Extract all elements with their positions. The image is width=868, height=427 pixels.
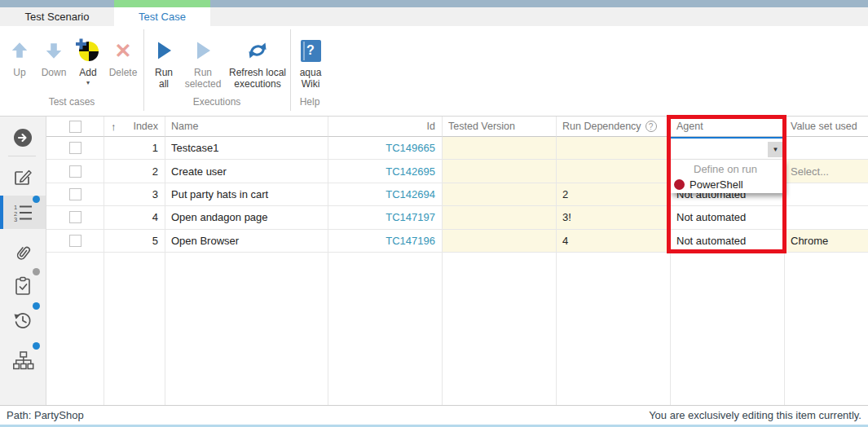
refresh-icon <box>245 34 270 67</box>
column-header-id[interactable]: Id <box>328 117 443 137</box>
refresh-label-line2: executions <box>234 78 280 90</box>
cell-tested-version[interactable] <box>443 137 557 160</box>
help-icon[interactable]: ? <box>645 121 657 132</box>
aqua-wiki-button[interactable]: ? aqua Wiki <box>295 34 326 90</box>
table-empty-column <box>671 253 785 405</box>
cell-id-link[interactable]: TC149665 <box>328 137 443 160</box>
column-header-name[interactable]: Name <box>165 117 328 137</box>
cell-agent[interactable]: Not automated <box>671 230 785 253</box>
sidebar-item-history[interactable] <box>0 304 46 337</box>
run-selected-label-line1: Run <box>194 67 212 78</box>
cell-run-dependency[interactable]: 3! <box>557 206 671 229</box>
cell-run-dependency[interactable]: 2 <box>557 183 671 206</box>
notification-dot-blue <box>33 342 40 350</box>
row-checkbox-cell <box>46 183 104 206</box>
cell-index: 5 <box>104 230 165 253</box>
group-label-executions: Executions <box>143 96 290 108</box>
down-button[interactable]: Down <box>36 34 72 78</box>
run-selected-button[interactable]: Run selected <box>181 34 225 90</box>
select-all-checkbox[interactable] <box>69 121 82 133</box>
cell-tested-version[interactable] <box>443 206 557 229</box>
cell-tested-version[interactable] <box>443 183 557 206</box>
table-empty-column <box>165 253 328 405</box>
tab-test-scenario[interactable]: Test Scenario <box>0 7 114 26</box>
svg-text:3: 3 <box>14 216 17 223</box>
cell-id-link[interactable]: TC142694 <box>328 183 443 206</box>
row-checkbox[interactable] <box>69 235 82 247</box>
table-row: 5 Open Browser TC147196 4 Not automated … <box>46 230 868 253</box>
sidebar-item-attachments[interactable] <box>0 237 46 270</box>
cell-agent[interactable]: Not automated <box>671 206 785 229</box>
edit-pencil-icon <box>12 166 33 187</box>
table-empty-column <box>328 253 443 405</box>
table-empty-column <box>104 253 165 405</box>
cell-id-link[interactable]: TC142695 <box>328 160 443 183</box>
delete-x-icon: ✕ <box>115 34 132 67</box>
agent-dropdown-popup: Define on run PowerShell <box>671 160 784 193</box>
sidebar-item-navigate[interactable] <box>0 121 46 154</box>
row-checkbox-cell <box>46 137 104 160</box>
cell-tested-version[interactable] <box>443 230 557 253</box>
delete-button-label: Delete <box>109 67 138 78</box>
cell-run-dependency[interactable]: 4 <box>557 230 671 253</box>
dropdown-option-define-on-run[interactable]: Define on run <box>671 161 784 177</box>
add-button[interactable]: Add ▾ <box>73 34 103 86</box>
wiki-book-question-icon: ? <box>301 34 321 67</box>
column-header-tested-version[interactable]: Tested Version <box>443 117 557 137</box>
sidebar-item-hierarchy[interactable] <box>0 344 46 376</box>
row-checkbox-cell <box>46 160 104 183</box>
run-all-button[interactable]: Run all <box>150 34 178 90</box>
cell-value-set[interactable] <box>785 137 868 160</box>
group-label-test-cases: Test cases <box>0 96 143 108</box>
sidebar-item-tasks[interactable] <box>0 270 46 302</box>
cell-value-set[interactable] <box>785 183 868 206</box>
up-button[interactable]: Up <box>5 34 34 78</box>
powershell-red-dot-icon <box>674 179 685 190</box>
column-header-agent[interactable]: Agent <box>671 117 785 137</box>
wiki-label-line2: Wiki <box>302 78 320 90</box>
run-all-label-line2: all <box>159 78 169 90</box>
refresh-local-executions-button[interactable]: Refresh local executions <box>227 34 289 90</box>
tab-test-case[interactable]: Test Case <box>114 7 210 26</box>
up-button-label: Up <box>13 67 25 78</box>
cell-name[interactable]: Put party hats in cart <box>165 183 328 206</box>
cell-value-set[interactable]: Select... <box>785 160 868 183</box>
table-empty-column <box>785 253 868 405</box>
cell-tested-version[interactable] <box>443 160 557 183</box>
row-checkbox[interactable] <box>69 188 82 200</box>
cell-name[interactable]: Open andagon page <box>165 206 328 229</box>
column-header-run-dependency[interactable]: Run Dependency ? <box>557 117 671 137</box>
cell-value-set[interactable] <box>785 206 868 229</box>
group-label-help: Help <box>290 96 329 108</box>
column-header-value-set-used[interactable]: Value set used <box>785 117 868 137</box>
dropdown-option-powershell[interactable]: PowerShell <box>671 177 784 192</box>
cell-name[interactable]: Create user <box>165 160 328 183</box>
play-icon <box>154 34 174 67</box>
add-dropdown-caret-icon[interactable]: ▾ <box>86 80 90 86</box>
cell-run-dependency[interactable] <box>557 160 671 183</box>
cell-agent-editor[interactable]: ▼ <box>671 137 785 160</box>
down-button-label: Down <box>42 67 67 78</box>
cell-id-link[interactable]: TC147196 <box>328 230 443 253</box>
cell-value-set[interactable]: Chrome <box>785 230 868 253</box>
chevron-down-icon: ▼ <box>773 146 779 153</box>
cell-index: 1 <box>104 137 165 160</box>
row-checkbox[interactable] <box>69 211 82 223</box>
combobox-dropdown-button[interactable]: ▼ <box>768 142 783 157</box>
notification-dot-blue <box>33 196 40 203</box>
cell-id-link[interactable]: TC147197 <box>328 206 443 229</box>
row-checkbox-cell <box>46 206 104 229</box>
cell-name[interactable]: Testcase1 <box>165 137 328 160</box>
column-header-index[interactable]: ↑ Index <box>104 117 165 137</box>
sidebar-item-edit[interactable] <box>0 161 46 193</box>
path-label: Path: PartyShop <box>7 409 84 421</box>
row-checkbox[interactable] <box>69 165 82 178</box>
cell-name[interactable]: Open Browser <box>165 230 328 253</box>
table-row: 4 Open andagon page TC147197 3! Not auto… <box>46 206 868 229</box>
arrow-circle-icon <box>12 127 33 148</box>
agent-combobox[interactable]: ▼ <box>671 137 784 159</box>
play-disabled-icon <box>193 34 213 67</box>
delete-button[interactable]: ✕ Delete <box>104 34 142 78</box>
cell-run-dependency[interactable] <box>557 137 671 160</box>
row-checkbox[interactable] <box>69 142 82 154</box>
